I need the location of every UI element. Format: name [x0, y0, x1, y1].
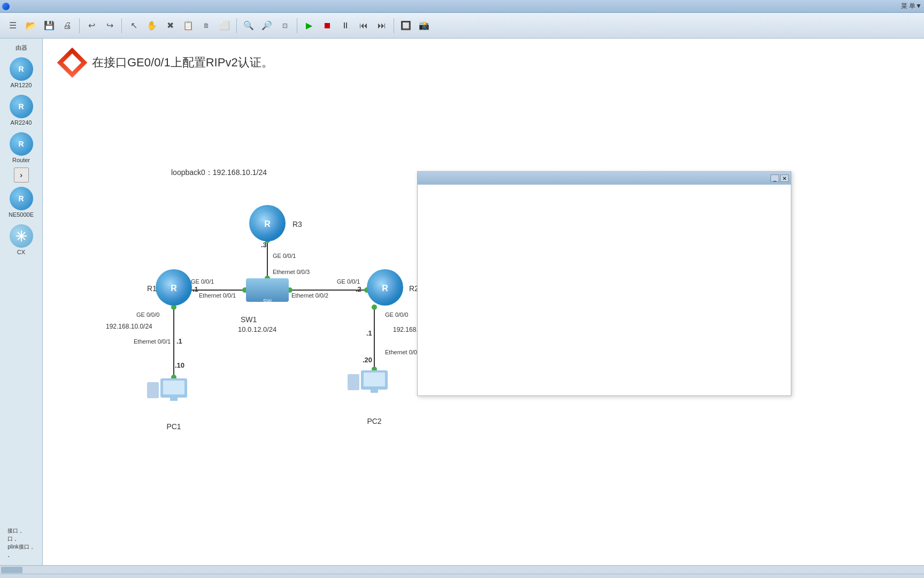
title-bar-left	[2, 3, 10, 10]
toolbar-hand[interactable]: ✋	[143, 17, 160, 34]
router-icon: R	[10, 132, 33, 156]
panel-close-button[interactable]: ✕	[780, 174, 789, 182]
diamond-logo	[59, 49, 86, 76]
label-sw1-eth003: Ethernet 0/0/3	[273, 269, 310, 275]
status-bar: ：0 0	[0, 574, 924, 578]
sidebar-item-ar1220[interactable]: R AR1220	[3, 55, 40, 90]
pc2-screen	[364, 372, 385, 386]
ne5000e-icon: R	[10, 187, 33, 210]
toolbar-undo[interactable]: ↩	[83, 17, 100, 34]
cx-icon-svg	[13, 228, 29, 244]
dot-r1: .1	[192, 285, 198, 293]
toolbar-zoomout[interactable]: 🔎	[258, 17, 275, 34]
toolbar-text[interactable]: 🗎	[198, 17, 215, 34]
toolbar-open[interactable]: 📂	[22, 17, 40, 34]
pc2-case	[348, 374, 359, 390]
ar1220-r-label: R	[18, 65, 24, 73]
toolbar-print[interactable]: 🖨	[59, 17, 76, 34]
dot-r2-pc: .1	[366, 329, 372, 337]
router-r-label: R	[18, 140, 24, 148]
toolbar-play[interactable]: ▶	[301, 17, 318, 34]
sw1-text-label: SW1	[241, 315, 257, 324]
label-sw1-eth002: Ethernet 0/0/2	[291, 292, 328, 299]
label-r1-ge001: GE 0/0/1	[191, 278, 214, 285]
toolbar-screenshot[interactable]: 📸	[415, 17, 433, 34]
sidebar-item-ar2240[interactable]: R AR2240	[3, 93, 40, 128]
main-layout: 由器 R AR1220 R AR2240 R Router ›	[0, 39, 924, 565]
sidebar-item-label-ar2240: AR2240	[11, 119, 32, 126]
toolbar-redo[interactable]: ↪	[101, 17, 118, 34]
toolbar-pause[interactable]: ⏸	[337, 17, 354, 34]
cx-icon	[10, 224, 33, 248]
horizontal-scrollbar[interactable]	[0, 565, 924, 574]
r2-icon-text: R	[382, 284, 388, 293]
r1-icon-text: R	[171, 284, 177, 293]
label-r2-ge001: GE 0/0/1	[337, 278, 360, 285]
sw1-icon-text: SW	[263, 299, 272, 305]
ar2240-r-label: R	[18, 102, 24, 111]
pc2-stand	[371, 390, 378, 393]
instruction-text: 在接口GE0/0/1上配置RIPv2认证。	[92, 55, 273, 71]
ar2240-icon: R	[10, 95, 33, 118]
instruction-header: 在接口GE0/0/1上配置RIPv2认证。	[59, 49, 273, 76]
sidebar-item-ne5000e[interactable]: R NE5000E	[3, 185, 40, 220]
label-r2-ge000: GE 0/0/0	[385, 311, 408, 318]
floating-panel: _ ✕	[417, 171, 791, 396]
pc1-case	[147, 382, 159, 398]
dot-r1-pc: .1	[176, 337, 182, 345]
sidebar-expand-button[interactable]: ›	[14, 168, 29, 182]
network-diagram: loopback0：192.168.10.1/24	[64, 81, 455, 445]
label-r2-eth001: Ethernet 0/0/1	[385, 349, 422, 355]
menu-label[interactable]: 菜 单▼	[901, 2, 922, 11]
dot-pc1: .10	[175, 361, 184, 369]
toolbar-clipboard[interactable]: 📋	[180, 17, 197, 34]
sidebar-item-label-ar1220: AR1220	[11, 82, 32, 88]
sidebar-item-label-ne5000e: NE5000E	[9, 211, 34, 218]
loopback-label: loopback0：192.168.10.1/24	[171, 168, 267, 177]
toolbar-prev[interactable]: ⏮	[355, 17, 372, 34]
sidebar-title: 由器	[2, 43, 40, 53]
label-r1-ge000: GE 0/0/0	[136, 311, 159, 318]
sidebar-item-router[interactable]: R Router	[3, 130, 40, 165]
r3-icon-text: R	[264, 219, 271, 229]
pc1-stand	[170, 398, 178, 401]
toolbar-next[interactable]: ⏭	[373, 17, 390, 34]
sidebar: 由器 R AR1220 R AR2240 R Router ›	[0, 39, 43, 565]
sep5	[394, 18, 394, 33]
toolbar: ☰ 📂 💾 🖨 ↩ ↪ ↖ ✋ ✖ 📋 🗎 ⬜ 🔍 🔎 ⊡ ▶ ⏹ ⏸ ⏮ ⏭ …	[0, 13, 924, 39]
pc1-screen	[163, 381, 184, 394]
r3-label: R3	[292, 220, 302, 229]
sidebar-item-cx[interactable]: CX	[3, 222, 40, 257]
r1-label: R1	[147, 284, 157, 293]
toolbar-save[interactable]: 💾	[41, 17, 58, 34]
toolbar-delete[interactable]: ✖	[161, 17, 179, 34]
dot-r2-pc2-r2	[372, 305, 377, 310]
toolbar-capture[interactable]: 🔲	[397, 17, 414, 34]
toolbar-pointer[interactable]: ↖	[125, 17, 142, 34]
sep2	[121, 18, 122, 33]
scroll-thumb[interactable]	[1, 567, 22, 573]
sidebar-description: 接口， 口， plink接口， 。	[5, 524, 37, 561]
dot-r2: .2	[356, 285, 361, 293]
panel-titlebar: _ ✕	[418, 172, 791, 185]
panel-minimize-button[interactable]: _	[771, 174, 779, 182]
dot-pc2: .20	[363, 356, 372, 364]
ar1220-icon: R	[10, 57, 33, 81]
pc2-label: PC2	[367, 417, 381, 425]
toolbar-new[interactable]: ☰	[4, 17, 21, 34]
toolbar-fit[interactable]: ⊡	[276, 17, 294, 34]
toolbar-rect[interactable]: ⬜	[216, 17, 233, 34]
sep1	[79, 18, 80, 33]
label-sw1-eth001: Ethernet 0/0/1	[199, 292, 236, 299]
toolbar-stop[interactable]: ⏹	[319, 17, 336, 34]
toolbar-zoomin[interactable]: 🔍	[240, 17, 257, 34]
sep4	[297, 18, 297, 33]
label-r3-ge001: GE 0/0/1	[273, 253, 296, 259]
app-icon	[2, 3, 10, 10]
label-r1-eth001: Ethernet 0/0/1	[134, 338, 171, 345]
sidebar-item-label-cx: CX	[17, 249, 25, 255]
title-bar-right: 菜 单▼	[901, 2, 922, 11]
dot-r3: .3	[261, 241, 267, 249]
sidebar-desc-2: 口，	[7, 535, 35, 543]
sidebar-item-label-router: Router	[12, 157, 30, 163]
